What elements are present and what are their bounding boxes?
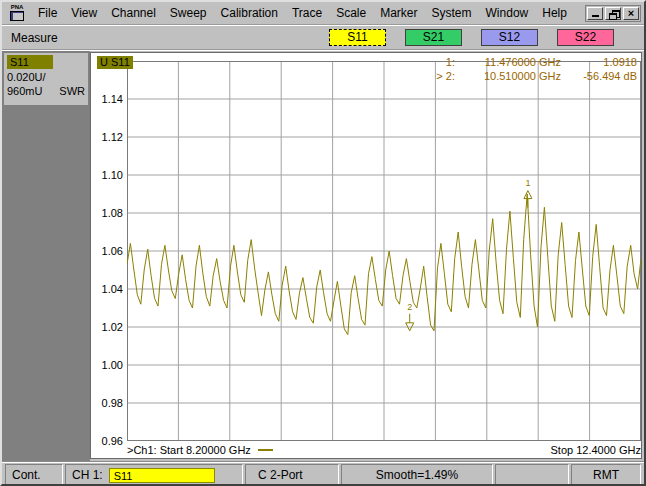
channel-label: CH 1:: [72, 468, 103, 482]
menu-window[interactable]: Window: [479, 4, 536, 22]
y-axis-tick-label: 1.06: [91, 244, 123, 258]
sweep-mode-status: Cont.: [5, 464, 63, 486]
marker-2-id: > 2:: [427, 69, 455, 83]
trace-sidebar: S11 0.020U/ 960mU SWR: [2, 51, 90, 461]
window-controls: ×: [585, 5, 641, 22]
minimize-button[interactable]: [587, 7, 603, 20]
menu-file[interactable]: File: [31, 4, 64, 22]
menu-system[interactable]: System: [425, 4, 479, 22]
restore-button[interactable]: [605, 7, 621, 20]
sparameter-buttons: S11 S21 S12 S22: [329, 29, 614, 46]
marker-1-value: 1.0918: [561, 55, 637, 69]
trace-color-legend-dash: [258, 449, 273, 451]
remote-status: RMT: [571, 464, 641, 486]
menu-calibration[interactable]: Calibration: [214, 4, 285, 22]
channel-status: CH 1: S11: [65, 464, 243, 486]
close-icon: ×: [624, 7, 638, 20]
y-axis-tick-label: 0.96: [91, 434, 123, 448]
marker-1-freq: 11.476000 GHz: [455, 55, 561, 69]
trace-reference-value: 960mU: [7, 84, 42, 98]
y-axis-tick-label: 1.14: [91, 92, 123, 106]
trace-status-badge: U S11: [97, 56, 133, 69]
menu-items: File View Channel Sweep Calibration Trac…: [31, 4, 574, 22]
marker-1-readout: 1: 11.476000 GHz 1.0918: [427, 55, 637, 69]
trace-name-tab[interactable]: S11: [7, 55, 53, 69]
pna-application-window: PNA File View Channel Sweep Calibration …: [0, 0, 646, 486]
minimize-icon: [592, 15, 599, 17]
marker-2-value: -56.494 dB: [561, 69, 637, 83]
svg-text:1: 1: [525, 178, 530, 188]
trace-format: SWR: [59, 84, 85, 98]
close-button[interactable]: ×: [623, 7, 639, 20]
remote-status-text: RMT: [593, 468, 619, 482]
marker-1-id: 1:: [427, 55, 455, 69]
marker-readout: 1: 11.476000 GHz 1.0918 > 2: 10.510000 G…: [427, 55, 637, 83]
menu-view[interactable]: View: [64, 4, 104, 22]
measurement-display: 1.16 1.14 1.12 1.10 1.08 1.06 1.04 1.02 …: [90, 52, 642, 459]
sweep-stop-label: Stop 12.4000 GHz: [550, 444, 641, 456]
trace-info-panel: S11 0.020U/ 960mU SWR: [4, 53, 88, 105]
y-axis-tick-label: 0.98: [91, 396, 123, 410]
smoothing-status-text: Smooth=1.49%: [376, 468, 458, 482]
y-axis-tick-label: 1.02: [91, 320, 123, 334]
sweep-start-label: >Ch1: Start 8.20000 GHz: [127, 444, 251, 456]
sweep-range-annotation: >Ch1: Start 8.20000 GHz Stop 12.4000 GHz: [127, 444, 641, 456]
pna-app-icon[interactable]: PNA: [6, 4, 28, 22]
calibration-status-text: C 2-Port: [258, 468, 303, 482]
measure-toolbar-label: Measure: [11, 31, 58, 45]
y-axis-tick-label: 1.08: [91, 206, 123, 220]
sweep-mode-text: Cont.: [12, 468, 41, 482]
measure-toolbar: Measure S11 S21 S12 S22: [2, 25, 644, 50]
swr-trace-plot: 12: [127, 61, 641, 441]
s21-button[interactable]: S21: [405, 29, 462, 46]
y-axis-tick-label: 1.04: [91, 282, 123, 296]
pna-app-icon-label: PNA: [6, 4, 28, 11]
y-axis-tick-label: 1.12: [91, 130, 123, 144]
s22-button[interactable]: S22: [557, 29, 614, 46]
menu-sweep[interactable]: Sweep: [163, 4, 214, 22]
pna-screen-icon: [10, 11, 24, 21]
active-measurement-field: S11: [109, 468, 215, 483]
y-axis-tick-label: 1.10: [91, 168, 123, 182]
menu-bar: PNA File View Channel Sweep Calibration …: [2, 2, 644, 25]
menu-trace[interactable]: Trace: [285, 4, 329, 22]
s12-button[interactable]: S12: [481, 29, 538, 46]
menu-marker[interactable]: Marker: [373, 4, 424, 22]
status-bar: Cont. CH 1: S11 C 2-Port Smooth=1.49% RM…: [2, 461, 644, 486]
calibration-status: C 2-Port: [245, 464, 339, 486]
restore-icon-front: [609, 13, 617, 20]
main-content: S11 0.020U/ 960mU SWR 1.16 1.14 1.12 1.1…: [2, 50, 644, 461]
svg-text:2: 2: [407, 302, 412, 312]
s11-button[interactable]: S11: [329, 29, 386, 46]
status-bar-spacer: [495, 464, 569, 486]
plot-grid: 12: [127, 61, 641, 441]
smoothing-status: Smooth=1.49%: [341, 464, 493, 486]
trace-scale-per-div: 0.020U/: [7, 70, 85, 84]
menu-scale[interactable]: Scale: [329, 4, 373, 22]
marker-2-freq: 10.510000 GHz: [455, 69, 561, 83]
menu-channel[interactable]: Channel: [104, 4, 163, 22]
menu-help[interactable]: Help: [535, 4, 574, 22]
y-axis-tick-label: 1.00: [91, 358, 123, 372]
marker-2-readout: > 2: 10.510000 GHz -56.494 dB: [427, 69, 637, 83]
